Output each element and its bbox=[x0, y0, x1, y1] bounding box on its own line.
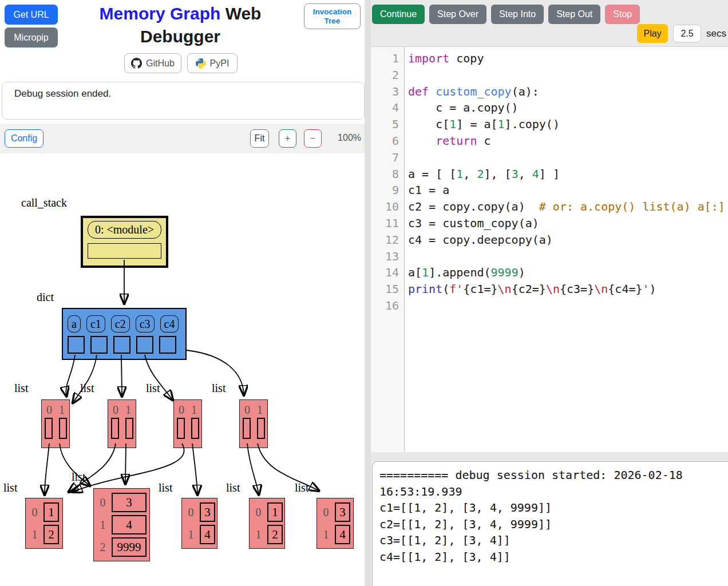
code-line: 15print(f'{c1=}\n{c2=}\n{c3=}\n{c4=}') bbox=[371, 281, 728, 298]
frame-title: 0: <module> bbox=[88, 221, 161, 239]
line-number: 1 bbox=[371, 50, 405, 67]
list-slot bbox=[125, 418, 133, 439]
list-index: 1 bbox=[322, 528, 330, 541]
list-row: 03 bbox=[99, 493, 149, 512]
list-value: 3 bbox=[112, 493, 147, 512]
panel-divider[interactable] bbox=[365, 0, 371, 586]
code-line: 8a = [ [1, 2], [3, 4] ] bbox=[371, 166, 728, 183]
list-value: 9999 bbox=[112, 537, 147, 557]
pointer-arrow bbox=[258, 444, 318, 490]
list-indices: 0 1 bbox=[240, 403, 267, 417]
list-slot bbox=[111, 418, 119, 439]
list-row: 01 bbox=[31, 502, 62, 522]
left-panel: Get URL Micropip Memory Graph Web Debugg… bbox=[0, 0, 365, 586]
line-number: 12 bbox=[371, 232, 405, 248]
continue-button[interactable]: Continue bbox=[372, 5, 425, 24]
code-line: 6 return c bbox=[371, 133, 728, 149]
code-line: 7 bbox=[371, 149, 728, 166]
code-line: 3def custom_copy(a): bbox=[371, 84, 728, 100]
code-line: 13 bbox=[371, 248, 728, 265]
right-panel: Continue Step Over Step Into Step Out St… bbox=[371, 0, 728, 586]
list-type-label: list bbox=[159, 481, 172, 494]
dict-value-slot bbox=[136, 336, 153, 354]
list-type-label: list bbox=[14, 382, 28, 395]
frame-locals-box bbox=[88, 243, 161, 259]
dict-value-slot bbox=[159, 336, 176, 354]
line-number: 10 bbox=[371, 199, 405, 215]
line-number: 8 bbox=[371, 166, 405, 183]
dict-value-slot bbox=[68, 336, 85, 354]
list-type-label: list bbox=[72, 470, 85, 484]
pointer-arrow bbox=[247, 444, 259, 494]
zoom-out-button[interactable]: − bbox=[304, 129, 322, 148]
list-slot bbox=[243, 418, 251, 439]
list-type-label: list bbox=[226, 481, 240, 494]
list-value: 2 bbox=[267, 525, 283, 544]
list-type-label: list bbox=[80, 382, 94, 395]
github-link-button[interactable]: GitHub bbox=[124, 53, 181, 73]
debug-controls: Continue Step Over Step Into Step Out St… bbox=[371, 0, 728, 47]
code-editor[interactable]: 1import copy23def custom_copy(a):4 c = a… bbox=[371, 47, 728, 452]
list-indices: 0 1 bbox=[42, 403, 69, 417]
dict-value-slot bbox=[90, 336, 108, 354]
list-indices: 0 1 bbox=[174, 403, 201, 417]
list-value: 1 bbox=[267, 502, 283, 522]
zoom-level: 100% bbox=[338, 133, 361, 143]
output-line: c4=[[1, 2], [3, 4]] bbox=[379, 549, 728, 565]
list-node-c3: 0 1 bbox=[173, 399, 202, 448]
line-number: 2 bbox=[371, 67, 405, 84]
play-delay-input[interactable] bbox=[673, 25, 701, 42]
micropip-button[interactable]: Micropip bbox=[5, 27, 58, 47]
list-index: 0 bbox=[322, 506, 330, 519]
step-into-button[interactable]: Step Into bbox=[491, 5, 544, 24]
line-number: 15 bbox=[371, 281, 405, 298]
list-row: 29999 bbox=[99, 537, 149, 557]
code-line: 1import copy bbox=[371, 50, 728, 67]
list-index: 1 bbox=[99, 518, 106, 532]
get-url-button[interactable]: Get URL bbox=[5, 5, 58, 25]
memory-graph-canvas[interactable]: call_stack 0: <module> dict ac1c2c3c4 li… bbox=[0, 153, 365, 586]
list-value: 4 bbox=[335, 525, 350, 544]
github-label: GitHub bbox=[146, 58, 175, 69]
pointer-arrow bbox=[45, 444, 49, 494]
config-button[interactable]: Config bbox=[5, 129, 43, 148]
list-value: 1 bbox=[43, 502, 59, 522]
play-button[interactable]: Play bbox=[637, 24, 668, 43]
status-message-box: Debug session ended. bbox=[2, 82, 365, 120]
python-icon bbox=[196, 58, 206, 69]
list-slot bbox=[257, 418, 265, 439]
output-console[interactable]: ========== debug session started: 2026-0… bbox=[372, 461, 728, 586]
pointer-arrow bbox=[73, 355, 97, 402]
dict-keys: ac1c2c3c4 bbox=[68, 315, 185, 332]
list-value: 4 bbox=[112, 515, 147, 534]
code-lines: 1import copy23def custom_copy(a):4 c = a… bbox=[371, 50, 728, 314]
step-over-button[interactable]: Step Over bbox=[429, 5, 486, 24]
pointer-arrow bbox=[121, 355, 122, 395]
step-buttons-row: Continue Step Over Step Into Step Out St… bbox=[372, 5, 640, 24]
list-row: 12 bbox=[31, 525, 62, 544]
list-value: 3 bbox=[200, 502, 215, 522]
call-stack-label: call_stack bbox=[21, 196, 67, 209]
dict-key: c3 bbox=[136, 315, 155, 332]
line-number: 11 bbox=[371, 215, 405, 232]
pypi-link-button[interactable]: PyPI bbox=[187, 53, 238, 73]
pointer-arrow bbox=[192, 444, 197, 494]
stop-button[interactable]: Stop bbox=[605, 5, 640, 24]
list-slot bbox=[191, 418, 199, 439]
zoom-in-button[interactable]: + bbox=[279, 129, 296, 148]
pointer-arrow bbox=[66, 355, 75, 395]
step-out-button[interactable]: Step Out bbox=[548, 5, 600, 24]
fit-button[interactable]: Fit bbox=[250, 129, 269, 148]
list-node-c4: 0 1 bbox=[239, 399, 268, 448]
list-index: 0 bbox=[99, 496, 106, 509]
secs-label: secs bbox=[706, 28, 726, 39]
list-index: 0 bbox=[187, 506, 195, 519]
list-row: 14 bbox=[187, 525, 217, 544]
invocation-tree-button[interactable]: Invocation Tree bbox=[304, 3, 361, 29]
graph-toolbar: Config Fit + − 100% bbox=[0, 124, 365, 153]
list-row: 14 bbox=[99, 515, 149, 534]
list-indices: 0 1 bbox=[108, 403, 136, 417]
page-title-accent: Memory Graph bbox=[100, 4, 221, 23]
line-number: 13 bbox=[371, 248, 405, 265]
list-index: 1 bbox=[31, 528, 38, 541]
